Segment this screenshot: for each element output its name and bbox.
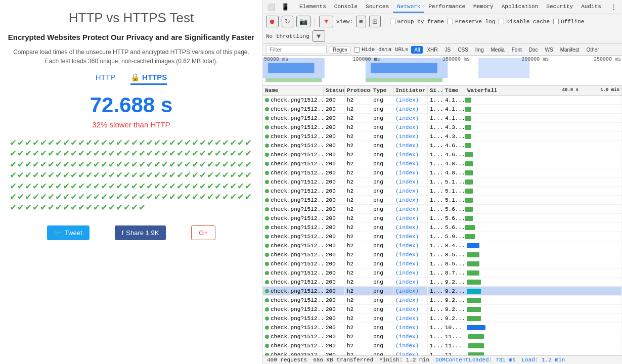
preserve-log-checkbox[interactable] [448, 19, 453, 24]
table-row[interactable]: check.png?1512... 200 h2 png (index) 1..… [263, 296, 622, 305]
table-row[interactable]: check.png?1512... 200 h2 png (index) 1..… [263, 332, 622, 341]
filter-type-doc[interactable]: Doc [526, 46, 541, 54]
table-row[interactable]: check.png?1512... 200 h2 png (index) 1..… [263, 250, 622, 259]
table-row[interactable]: check.png?1512... 200 h2 png (index) 1..… [263, 105, 622, 114]
tweet-button[interactable]: 🐦 Tweet [47, 225, 90, 240]
tab-https[interactable]: 🔒 HTTPS [130, 73, 167, 85]
filter-type-js[interactable]: JS [442, 46, 454, 54]
throttling-dropdown-icon[interactable]: ▼ [313, 30, 325, 42]
view-list-icon[interactable]: ≡ [356, 16, 366, 27]
table-row[interactable]: check.png?1512... 200 h2 png (index) 1..… [263, 159, 622, 168]
table-row[interactable]: check.png?1512... 200 h2 png (index) 1..… [263, 259, 622, 268]
initiator-link[interactable]: (index) [395, 106, 419, 112]
initiator-link[interactable]: (index) [395, 115, 419, 121]
filter-type-css[interactable]: CSS [455, 46, 471, 54]
hide-data-urls-checkbox[interactable] [354, 47, 360, 52]
table-row[interactable]: check.png?1512... 200 h2 png (index) 1..… [263, 350, 622, 355]
devtools-tab-memory[interactable]: Memory [469, 2, 498, 13]
gplus-button[interactable]: G+ [191, 225, 215, 240]
initiator-link[interactable]: (index) [395, 124, 419, 130]
devtools-tab-security[interactable]: Security [542, 2, 577, 13]
filter-type-manifest[interactable]: Manifest [557, 46, 583, 54]
table-row[interactable]: check.png?1512... 200 h2 png (index) 1..… [263, 223, 622, 232]
group-by-frame-checkbox[interactable] [390, 19, 395, 24]
initiator-link[interactable]: (index) [395, 279, 419, 285]
table-row[interactable]: check.png?1512... 200 h2 png (index) 1..… [263, 150, 622, 159]
devtools-tab-elements[interactable]: Elements [295, 2, 330, 13]
table-row[interactable]: check.png?1512... 200 h2 png (index) 1..… [263, 214, 622, 223]
initiator-link[interactable]: (index) [395, 234, 419, 240]
initiator-link[interactable]: (index) [395, 297, 419, 303]
table-row[interactable]: check.png?1512... 200 h2 png (index) 1..… [263, 341, 622, 350]
initiator-link[interactable]: (index) [395, 161, 419, 167]
regex-button[interactable]: Regex [330, 46, 350, 54]
devtools-tab-console[interactable]: Console [330, 2, 362, 13]
table-row[interactable]: check.png?1512... 200 h2 png (index) 1..… [263, 123, 622, 132]
network-table[interactable]: Name Status Protocol Type Initiator Si..… [263, 86, 622, 355]
initiator-link[interactable]: (index) [395, 133, 419, 140]
devtools-tab-performance[interactable]: Performance [424, 2, 469, 13]
camera-icon[interactable]: 📷 [296, 16, 310, 27]
devtools-tab-audits[interactable]: Audits [577, 2, 605, 13]
initiator-link[interactable]: (index) [395, 325, 419, 331]
filter-input[interactable] [266, 45, 327, 54]
table-row[interactable]: check.png?1512... 200 h2 png (index) 1..… [263, 314, 622, 323]
table-row[interactable]: check.png?1512... 200 h2 png (index) 1..… [263, 196, 622, 205]
table-row[interactable]: check.png?1512... 200 h2 png (index) 1..… [263, 205, 622, 214]
initiator-link[interactable]: (index) [395, 334, 419, 340]
view-grid-icon[interactable]: ⊞ [369, 16, 381, 27]
initiator-link[interactable]: (index) [395, 206, 419, 212]
initiator-link[interactable]: (index) [395, 97, 419, 103]
table-row[interactable]: check.png?1512... 200 h2 png (index) 1..… [263, 268, 622, 278]
filter-type-ws[interactable]: WS [542, 46, 556, 54]
devtools-tab-application[interactable]: Application [498, 2, 543, 13]
initiator-link[interactable]: (index) [395, 143, 419, 149]
inspect-icon[interactable]: ⬜ [266, 2, 276, 12]
table-row[interactable]: check.png?1512... 200 h2 png (index) 1..… [263, 232, 622, 241]
initiator-link[interactable]: (index) [395, 252, 419, 258]
initiator-link[interactable]: (index) [395, 197, 419, 203]
initiator-link[interactable]: (index) [395, 243, 419, 249]
filter-type-all[interactable]: All [411, 46, 423, 54]
table-row[interactable]: check.png?1512... 200 h2 png (index) 1..… [263, 323, 622, 332]
table-row[interactable]: check.png?1512... 200 h2 png (index) 1..… [263, 177, 622, 187]
filter-type-img[interactable]: Img [472, 46, 487, 54]
device-icon[interactable]: 📱 [280, 2, 290, 12]
filter-type-media[interactable]: Media [487, 46, 507, 54]
initiator-link[interactable]: (index) [395, 188, 419, 194]
share-button[interactable]: f Share 1.9K [115, 225, 166, 240]
initiator-link[interactable]: (index) [395, 270, 419, 276]
filter-type-xhr[interactable]: XHR [424, 46, 440, 54]
filter-icon[interactable]: 🔻 [319, 16, 333, 27]
filter-type-other[interactable]: Other [583, 46, 602, 54]
table-row[interactable]: check.png?1512... 200 h2 png (index) 1..… [263, 241, 622, 250]
table-row[interactable]: check.png?1512... 200 h2 png (index) 1..… [263, 132, 622, 141]
initiator-link[interactable]: (index) [395, 261, 419, 267]
initiator-link[interactable]: (index) [395, 170, 419, 176]
devtools-tab-network[interactable]: Network [393, 2, 424, 13]
close-icon[interactable]: ✕ [620, 2, 622, 12]
more-icon[interactable]: ⋮ [609, 2, 618, 12]
table-row[interactable]: check.png?1512... 200 h2 png (index) 1..… [263, 141, 622, 150]
record-icon[interactable]: ⏺ [266, 16, 279, 27]
table-row[interactable]: check.png?1512... 200 h2 png (index) 1..… [263, 287, 622, 296]
reload-icon[interactable]: ↻ [282, 16, 293, 27]
initiator-link[interactable]: (index) [395, 315, 419, 322]
devtools-tab-sources[interactable]: Sources [362, 2, 393, 13]
initiator-link[interactable]: (index) [395, 224, 419, 231]
table-row[interactable]: check.png?1512... 200 h2 png (index) 1..… [263, 168, 622, 177]
initiator-link[interactable]: (index) [395, 179, 419, 185]
tab-http[interactable]: HTTP [96, 73, 115, 85]
table-row[interactable]: check.png?1512... 200 h2 png (index) 1..… [263, 96, 622, 105]
offline-checkbox[interactable] [553, 19, 559, 24]
table-row[interactable]: check.png?1512... 200 h2 png (index) 1..… [263, 305, 622, 314]
table-row[interactable]: check.png?1512... 200 h2 png (index) 1..… [263, 114, 622, 123]
filter-type-font[interactable]: Font [509, 46, 525, 54]
disable-cache-checkbox[interactable] [499, 19, 504, 24]
initiator-link[interactable]: (index) [395, 152, 419, 158]
initiator-link[interactable]: (index) [395, 306, 419, 312]
initiator-link[interactable]: (index) [395, 288, 419, 294]
initiator-link[interactable]: (index) [395, 352, 419, 356]
initiator-link[interactable]: (index) [395, 215, 419, 221]
initiator-link[interactable]: (index) [395, 343, 419, 349]
